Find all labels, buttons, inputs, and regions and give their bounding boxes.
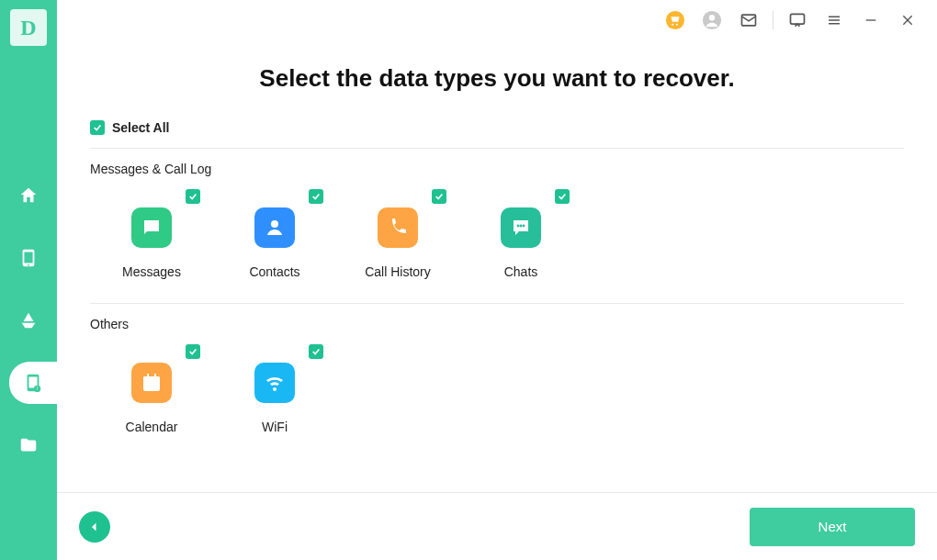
datatype-tile[interactable]: Messages xyxy=(90,193,213,279)
datatype-tile[interactable]: Calendar xyxy=(90,348,213,434)
nav-list: ! xyxy=(0,174,57,466)
datatype-tile[interactable]: WiFi xyxy=(213,348,336,434)
nav-cloud[interactable] xyxy=(0,299,57,342)
chat-bubble-icon xyxy=(501,207,541,248)
select-all-checkbox[interactable] xyxy=(90,120,105,135)
check-icon xyxy=(311,347,321,356)
nav-device-alert[interactable]: ! xyxy=(9,362,57,404)
nav-folder[interactable] xyxy=(0,424,57,466)
next-button[interactable]: Next xyxy=(750,508,915,546)
app-logo: D xyxy=(10,9,47,46)
message-icon xyxy=(131,207,172,248)
tile-checkbox[interactable] xyxy=(309,344,323,359)
cloud-icon xyxy=(18,310,39,330)
check-icon xyxy=(93,123,102,132)
datatype-grid: CalendarWiFi xyxy=(90,348,904,458)
datatype-tile[interactable]: Chats xyxy=(459,193,582,279)
tile-label: WiFi xyxy=(262,420,288,434)
check-icon xyxy=(558,192,567,201)
check-icon xyxy=(188,192,198,201)
phone-icon xyxy=(18,248,39,268)
select-all-row[interactable]: Select All xyxy=(90,120,904,149)
phone-call-icon xyxy=(378,207,418,248)
check-icon xyxy=(311,192,321,201)
tile-checkbox[interactable] xyxy=(555,189,570,204)
tile-label: Chats xyxy=(504,264,538,279)
datatype-tile[interactable]: Call History xyxy=(336,193,459,279)
section-title: Messages & Call Log xyxy=(90,162,904,176)
nav-home[interactable] xyxy=(0,174,57,217)
nav-phone[interactable] xyxy=(0,237,57,279)
main-content: Select the data types you want to recove… xyxy=(57,0,937,560)
wifi-icon xyxy=(254,363,295,403)
tile-label: Messages xyxy=(122,264,181,279)
select-all-label: Select All xyxy=(112,120,170,135)
home-icon xyxy=(18,185,39,206)
tile-checkbox[interactable] xyxy=(309,189,323,204)
datatype-tile[interactable]: Contacts xyxy=(213,193,336,279)
datatype-grid: MessagesContactsCall HistoryChats xyxy=(90,193,904,304)
tile-checkbox[interactable] xyxy=(186,344,200,359)
check-icon xyxy=(188,347,198,356)
tile-checkbox[interactable] xyxy=(186,189,200,204)
svg-text:!: ! xyxy=(37,386,38,391)
back-button[interactable] xyxy=(79,511,110,543)
device-alert-icon: ! xyxy=(23,373,43,393)
folder-icon xyxy=(18,435,39,455)
sidebar: D ! xyxy=(0,0,57,560)
arrow-left-icon xyxy=(86,519,103,535)
tile-checkbox[interactable] xyxy=(432,189,446,204)
footer: Next xyxy=(57,492,937,560)
tile-label: Calendar xyxy=(126,420,178,434)
check-icon xyxy=(435,192,444,201)
page-title: Select the data types you want to recove… xyxy=(57,64,937,93)
section-title: Others xyxy=(90,317,904,331)
tile-label: Call History xyxy=(365,264,431,279)
calendar-icon xyxy=(131,363,172,403)
tile-label: Contacts xyxy=(249,264,299,279)
person-icon xyxy=(254,207,295,248)
